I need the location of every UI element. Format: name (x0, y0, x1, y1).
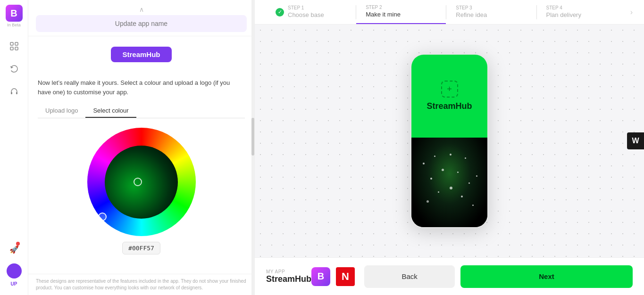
light-dots (411, 138, 487, 227)
chevron-up-icon[interactable]: ∧ (139, 6, 144, 13)
app-name-input[interactable] (36, 15, 247, 32)
undo-icon[interactable] (6, 60, 23, 77)
svg-rect-1 (15, 42, 18, 45)
tabs-row: Upload logo Select colour (38, 104, 245, 118)
tab-select-colour[interactable]: Select colour (85, 104, 136, 118)
step-4[interactable]: STEP 4 Plan delivery (537, 0, 627, 24)
stepper: ✓ STEP 1 Choose base STEP 2 Make it mine… (255, 0, 644, 25)
step-2[interactable]: STEP 2 Make it mine (356, 0, 446, 24)
step-3-number: STEP 3 (456, 5, 487, 10)
up-label: UP (11, 281, 17, 287)
step-2-label: Make it mine (366, 11, 401, 18)
main-panel: ∧ StreamHub Now let’s really make it you… (28, 0, 255, 295)
step-1-number: STEP 1 (288, 5, 324, 10)
netflix-logo: N (336, 267, 355, 286)
bottom-logos: B N (311, 267, 355, 286)
step-4-label: Plan delivery (546, 11, 581, 18)
headset-icon[interactable] (6, 83, 23, 100)
app-logo: B (6, 5, 23, 22)
step-3[interactable]: STEP 3 Refine idea (446, 0, 536, 24)
sidebar: B In Beta 🚀 UP (0, 0, 28, 295)
w-badge[interactable]: W (627, 132, 644, 149)
panel-content: Now let’s really make it yours. Select a… (28, 71, 254, 274)
color-wheel-container: #00FF57 (38, 128, 245, 254)
svg-rect-2 (10, 47, 13, 50)
step-1-label: Choose base (288, 11, 324, 18)
phone-top: + StreamHub (411, 55, 487, 138)
color-wheel[interactable] (87, 128, 196, 236)
back-button[interactable]: Back (364, 265, 455, 288)
scrollbar-track[interactable] (251, 0, 254, 295)
wheel-handle[interactable] (98, 213, 107, 221)
avatar[interactable] (7, 263, 22, 279)
beta-label: In Beta (7, 23, 21, 27)
color-wheel-inner[interactable] (105, 146, 178, 219)
tab-upload-logo[interactable]: Upload logo (38, 104, 85, 118)
notification-dot (16, 242, 20, 246)
step-arrow-icon: › (627, 8, 633, 16)
scrollbar-thumb[interactable] (251, 118, 254, 156)
step-1[interactable]: ✓ STEP 1 Choose base (266, 0, 356, 24)
streamhub-badge: StreamHub (111, 47, 171, 62)
brandmark-b: B (311, 267, 330, 286)
svg-rect-4 (11, 92, 12, 94)
my-app-label: MY APP (266, 269, 311, 274)
next-button[interactable]: Next (460, 265, 633, 288)
phone-bottom (411, 138, 487, 227)
grid-icon[interactable] (6, 38, 23, 55)
step-1-check: ✓ (276, 8, 284, 16)
phone-mock: + StreamHub (410, 54, 488, 228)
bottom-bar: MY APP StreamHub B N Back Next (255, 257, 644, 295)
step-2-number: STEP 2 (366, 5, 401, 10)
plus-icon: + (447, 84, 452, 94)
rocket-icon[interactable]: 🚀 (6, 241, 23, 258)
svg-rect-3 (15, 47, 18, 50)
phone-logo-placeholder[interactable]: + (441, 81, 458, 98)
my-app-name: StreamHub (266, 274, 311, 284)
description-text: Now let’s really make it yours. Select a… (38, 78, 245, 97)
step-3-label: Refine idea (456, 11, 487, 18)
preview-area: ✓ STEP 1 Choose base STEP 2 Make it mine… (255, 0, 644, 295)
panel-top: ∧ (28, 0, 254, 36)
color-center-dot[interactable] (134, 178, 142, 186)
step-4-number: STEP 4 (546, 5, 581, 10)
my-app-info: MY APP StreamHub (266, 269, 311, 284)
preview-canvas: W + StreamHub (255, 25, 644, 257)
svg-rect-5 (16, 92, 17, 94)
phone-image (411, 138, 487, 227)
svg-rect-0 (10, 42, 13, 45)
panel-footer: These designs are representative of the … (28, 274, 254, 295)
footer-text: These designs are representative of the … (36, 279, 246, 290)
color-hex-input[interactable]: #00FF57 (122, 242, 160, 254)
phone-app-name: StreamHub (427, 101, 472, 111)
